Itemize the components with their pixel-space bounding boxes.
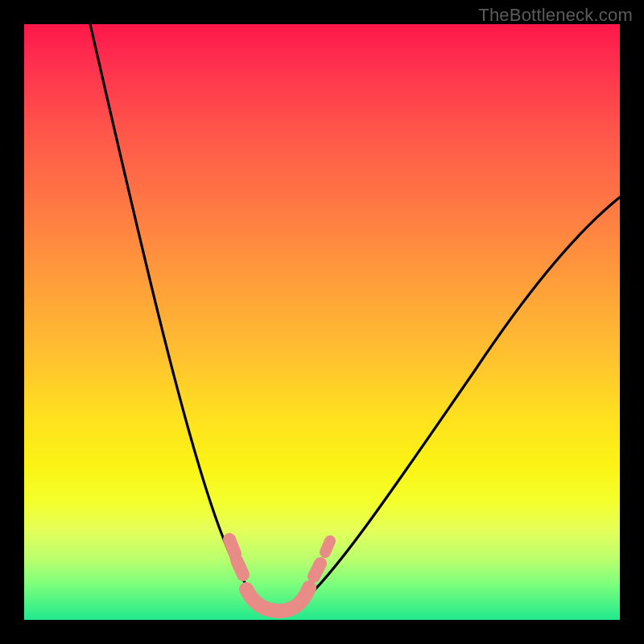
- valley-dot-left-1: [229, 539, 235, 554]
- plot-area: [24, 24, 620, 620]
- curve-left: [90, 24, 259, 599]
- watermark-text: TheBottleneck.com: [478, 5, 633, 26]
- valley-dot-right-2: [325, 541, 330, 552]
- chart-frame: TheBottleneck.com: [0, 0, 644, 644]
- valley-floor: [246, 588, 309, 611]
- curve-right: [302, 197, 620, 602]
- valley-dot-right-1: [314, 564, 320, 576]
- valley-dot-left-2: [237, 560, 243, 575]
- curve-svg: [24, 24, 620, 620]
